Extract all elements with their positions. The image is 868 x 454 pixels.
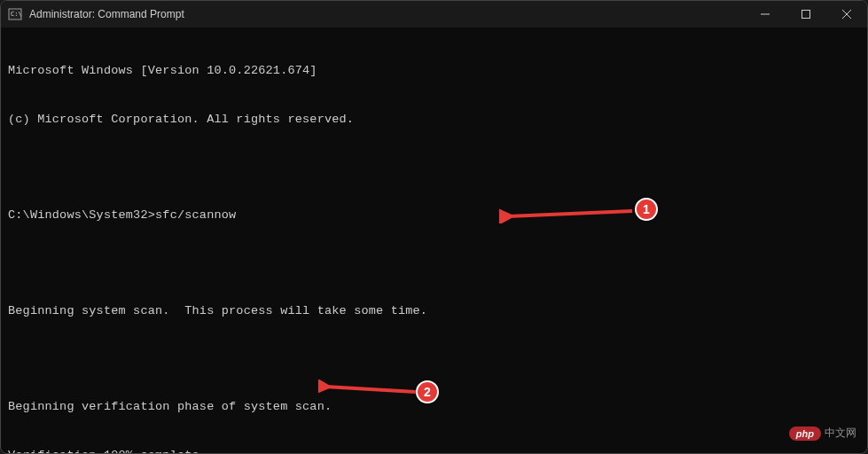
titlebar[interactable]: C:\ Administrator: Command Prompt xyxy=(1,1,867,27)
watermark: php 中文网 xyxy=(789,426,856,441)
terminal-line xyxy=(8,352,860,367)
terminal-line xyxy=(8,160,860,176)
terminal-output[interactable]: Microsoft Windows [Version 10.0.22621.67… xyxy=(1,27,867,454)
minimize-button[interactable] xyxy=(745,1,786,27)
watermark-pill: php xyxy=(789,427,821,441)
maximize-button[interactable] xyxy=(786,1,826,27)
terminal-line: Verification 100% complete. xyxy=(8,448,860,454)
command-prompt-window: C:\ Administrator: Command Prompt Micros… xyxy=(0,0,868,454)
watermark-text: 中文网 xyxy=(825,426,856,441)
terminal-line: Microsoft Windows [Version 10.0.22621.67… xyxy=(8,63,860,79)
terminal-line: (c) Microsoft Corporation. All rights re… xyxy=(8,112,860,128)
svg-rect-3 xyxy=(802,11,810,19)
terminal-line: Beginning verification phase of system s… xyxy=(8,399,860,415)
close-button[interactable] xyxy=(826,1,867,27)
cmd-icon: C:\ xyxy=(8,7,22,21)
terminal-line: Beginning system scan. This process will… xyxy=(8,303,860,319)
window-title: Administrator: Command Prompt xyxy=(29,8,184,20)
titlebar-left: C:\ Administrator: Command Prompt xyxy=(8,7,184,21)
terminal-line xyxy=(8,256,860,271)
svg-text:C:\: C:\ xyxy=(11,11,22,18)
terminal-line: C:\Windows\System32>sfc/scannow xyxy=(8,207,860,223)
window-controls xyxy=(745,1,867,27)
